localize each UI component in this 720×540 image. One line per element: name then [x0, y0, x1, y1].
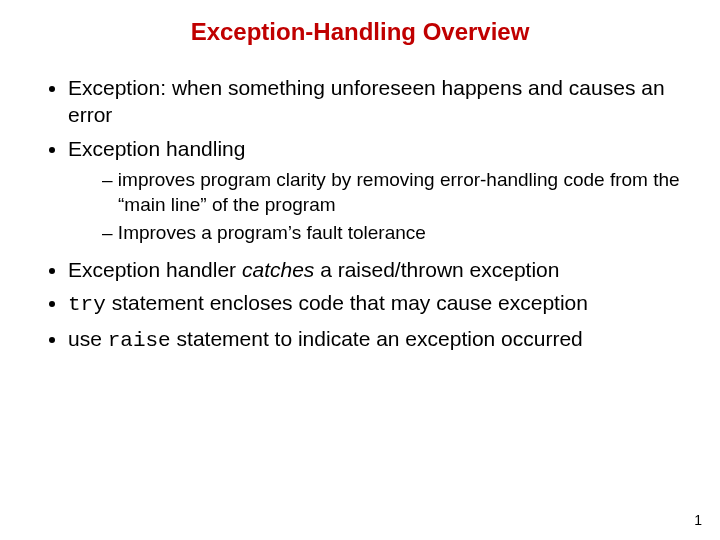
bullet-raise-statement: use raise statement to indicate an excep… [68, 325, 680, 354]
bullet-exception-definition: Exception: when something unforeseen hap… [68, 74, 680, 129]
sub-bullet-fault-tolerance: Improves a program’s fault tolerance [102, 221, 680, 246]
bullet-exception-handler: Exception handler catches a raised/throw… [68, 256, 680, 283]
text-fragment: statement to indicate an exception occur… [171, 327, 583, 350]
bullet-exception-handling: Exception handling improves program clar… [68, 135, 680, 246]
text-fragment: statement encloses code that may cause e… [106, 291, 588, 314]
code-raise: raise [108, 329, 171, 352]
bullet-try-statement: try statement encloses code that may cau… [68, 289, 680, 318]
code-try: try [68, 293, 106, 316]
text-fragment: use [68, 327, 108, 350]
text-fragment: Exception handler [68, 258, 242, 281]
sub-bullet-clarity: improves program clarity by removing err… [102, 168, 680, 217]
sub-bullet-list: improves program clarity by removing err… [68, 168, 680, 246]
bullet-exception-handling-text: Exception handling [68, 137, 245, 160]
slide-title: Exception-Handling Overview [40, 18, 680, 46]
slide: Exception-Handling Overview Exception: w… [0, 0, 720, 540]
italic-catches: catches [242, 258, 314, 281]
text-fragment: a raised/thrown exception [314, 258, 559, 281]
page-number: 1 [694, 512, 702, 528]
bullet-list: Exception: when something unforeseen hap… [40, 74, 680, 354]
